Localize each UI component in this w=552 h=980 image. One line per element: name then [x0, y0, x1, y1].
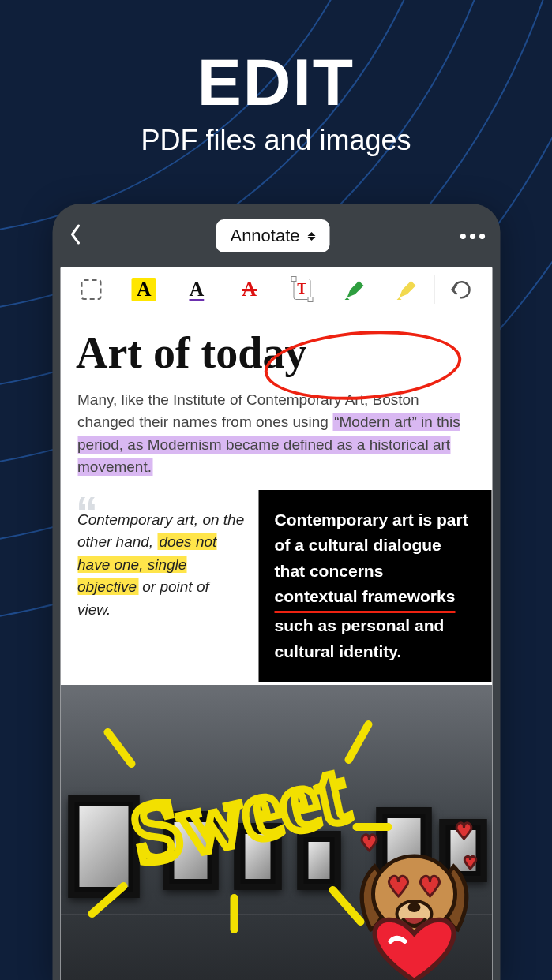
select-icon: [81, 279, 101, 300]
textbox-tool[interactable]: T: [276, 279, 329, 300]
marker-tool[interactable]: [381, 278, 434, 301]
chevron-left-icon: [69, 224, 81, 245]
app-topbar: Annotate •••: [60, 218, 492, 254]
mode-label: Annotate: [230, 226, 299, 246]
mode-selector[interactable]: Annotate: [216, 219, 329, 252]
hero-title: EDIT: [0, 44, 552, 121]
dog-heart-sticker[interactable]: [347, 819, 481, 980]
dark-callout: Contemporary art is part of a cultural d…: [259, 490, 492, 682]
quote-block: “ Contemporary art, on the other hand, d…: [60, 490, 259, 682]
pen-tool[interactable]: [329, 278, 381, 301]
undo-button[interactable]: [434, 280, 487, 299]
svg-point-8: [407, 903, 420, 912]
two-column-row: “ Contemporary art, on the other hand, d…: [60, 490, 492, 682]
back-button[interactable]: [60, 224, 90, 248]
dark-post: such as personal and cultural identity.: [275, 616, 445, 660]
document-body[interactable]: Art of today Many, like the Institute of…: [60, 312, 492, 980]
dog-sticker-icon: [347, 819, 481, 980]
device-frame: Annotate ••• A A A T Art of today: [52, 204, 500, 980]
highlight-tool[interactable]: A: [118, 278, 171, 301]
undo-icon: [449, 280, 473, 299]
svg-line-2: [92, 886, 123, 914]
highlighter-yellow-icon: [396, 278, 419, 301]
underline-icon: A: [189, 278, 204, 301]
doc-paragraph: Many, like the Institute of Contemporary…: [60, 384, 492, 490]
hero-subtitle: PDF files and images: [0, 124, 552, 157]
handwriting-text: Sweet: [122, 744, 355, 884]
underline-tool[interactable]: A: [171, 278, 223, 301]
red-underline: contextual frameworks: [275, 584, 456, 613]
annotation-toolbar: A A A T: [60, 267, 492, 312]
updown-chevron-icon: [308, 232, 316, 241]
hero: EDIT PDF files and images: [0, 0, 552, 157]
more-button[interactable]: •••: [456, 224, 492, 249]
svg-line-1: [348, 724, 368, 760]
highlighter-green-icon: [343, 278, 366, 301]
dark-pre: Contemporary art is part of a cultural d…: [275, 511, 468, 580]
strikethrough-icon: A: [242, 278, 257, 301]
svg-line-0: [107, 732, 131, 764]
strike-tool[interactable]: A: [223, 278, 276, 301]
highlight-icon: A: [132, 278, 156, 301]
textbox-icon: T: [293, 279, 310, 300]
select-tool[interactable]: [65, 279, 118, 300]
document-screen: A A A T Art of today Many, like the Inst…: [60, 267, 492, 980]
